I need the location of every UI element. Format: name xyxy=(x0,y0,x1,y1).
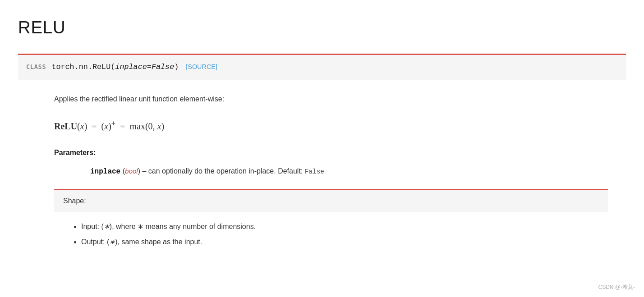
param-name: inplace xyxy=(90,168,120,176)
input-star: ∗ xyxy=(104,223,110,230)
output-star: ∗ xyxy=(109,238,115,246)
source-link[interactable]: [SOURCE] xyxy=(186,62,217,72)
class-signature-block: CLASS torch.nn.ReLU(inplace=False) [SOUR… xyxy=(18,54,626,80)
shape-label: Shape: xyxy=(63,197,86,205)
parameters-section: Parameters: inplace (bool) – can optiona… xyxy=(54,147,608,178)
shape-block: Shape: xyxy=(54,190,608,212)
page-title: RELU xyxy=(18,14,626,41)
class-close: ) xyxy=(174,63,179,71)
parameters-heading: Parameters: xyxy=(54,147,608,159)
class-label: CLASS xyxy=(26,62,46,72)
param-default-value: False xyxy=(305,168,324,175)
param-item: inplace (bool) – can optionally do the o… xyxy=(54,165,608,178)
formula-container: ReLU(x) = (x)+ = max(0, x) xyxy=(54,118,608,133)
class-module-name: torch.nn.ReLU( xyxy=(51,63,115,71)
param-description: – can optionally do the operation in-pla… xyxy=(143,167,305,175)
class-signature: torch.nn.ReLU(inplace=False) xyxy=(51,61,179,73)
shape-output-item: Output: (∗), same shape as the input. xyxy=(81,236,608,248)
shape-input-item: Input: (∗), where ∗ means any number of … xyxy=(81,221,608,233)
formula-relu-part: ReLU(x) = (x)+ = max(0, x) xyxy=(54,118,164,133)
watermark: CSDN @-希莫- xyxy=(598,283,635,292)
class-param-italic: inplace=False xyxy=(115,63,174,71)
description-text: Applies the rectified linear unit functi… xyxy=(54,93,608,105)
math-formula: ReLU(x) = (x)+ = max(0, x) xyxy=(54,118,608,133)
shape-list: Input: (∗), where ∗ means any number of … xyxy=(54,221,608,247)
doc-content: Applies the rectified linear unit functi… xyxy=(18,93,626,247)
param-type-paren-close: ) xyxy=(138,167,140,175)
param-type: bool xyxy=(125,167,138,175)
